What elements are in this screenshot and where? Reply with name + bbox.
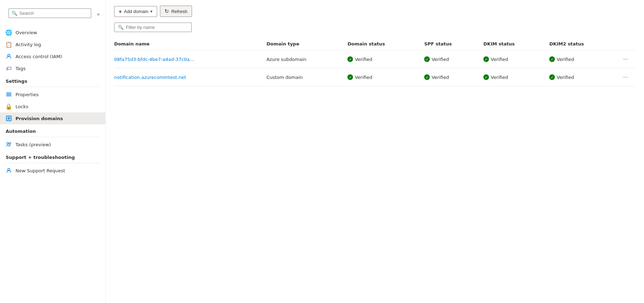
add-domain-button[interactable]: + Add domain ▾: [114, 6, 157, 17]
automation-divider: [6, 137, 100, 137]
sidebar-item-locks-label: Locks: [16, 104, 28, 109]
row2-domain-status-text: Verified: [355, 75, 372, 80]
col-domain-type: Domain type: [266, 38, 347, 50]
filter-bar: 🔍: [114, 23, 636, 32]
section-settings-label: Settings: [0, 74, 105, 85]
col-domain-status: Domain status: [347, 38, 424, 50]
row2-dkim2-status: ✓ Verified: [549, 68, 621, 86]
sidebar-item-locks[interactable]: 🔒 Locks: [0, 100, 105, 112]
row2-dkim2-status-icon: ✓: [549, 74, 555, 80]
chevron-down-icon: ▾: [150, 9, 153, 14]
sidebar-item-activity-log[interactable]: 📋 Activity log: [0, 38, 105, 50]
sidebar-item-provision-domains-label: Provision domains: [16, 116, 63, 121]
support-icon: [6, 167, 12, 174]
svg-rect-1: [6, 93, 11, 93]
col-domain-name: Domain name: [114, 38, 266, 50]
domain-table: Domain name Domain type Domain status SP…: [114, 38, 636, 86]
properties-icon: [6, 91, 12, 98]
row2-spf-status-icon: ✓: [424, 74, 430, 80]
row2-more-button[interactable]: ···: [621, 73, 630, 81]
row1-more-button[interactable]: ···: [621, 55, 630, 63]
filter-input[interactable]: [126, 25, 188, 30]
svg-point-0: [8, 54, 10, 56]
row1-domain-name: 08fa75d3-bfdc-4be7-a4ad-37c0a...: [114, 50, 266, 68]
support-divider: [6, 163, 100, 163]
sidebar-item-activity-log-label: Activity log: [16, 42, 41, 47]
row2-spf-status-text: Verified: [432, 75, 449, 80]
col-dkim-status: DKIM status: [483, 38, 549, 50]
refresh-button[interactable]: ↻ Refresh: [160, 6, 192, 17]
table-row: 08fa75d3-bfdc-4be7-a4ad-37c0a... Azure s…: [114, 50, 636, 68]
row1-dkim-status-icon: ✓: [483, 56, 489, 62]
sidebar: 🔍 « 🌐 Overview 📋 Activity log Access con…: [0, 0, 106, 303]
row1-spf-status: ✓ Verified: [424, 50, 483, 68]
toolbar: + Add domain ▾ ↻ Refresh: [114, 6, 636, 17]
table-row: notification.azurecommtest.net Custom do…: [114, 68, 636, 86]
sidebar-item-properties-label: Properties: [16, 92, 39, 97]
lock-icon: 🔒: [6, 103, 12, 110]
row2-domain-link[interactable]: notification.azurecommtest.net: [114, 75, 186, 80]
add-domain-label: Add domain: [124, 9, 148, 14]
row1-dkim2-status-text: Verified: [557, 57, 574, 62]
log-icon: 📋: [6, 41, 12, 48]
row2-domain-status-icon: ✓: [347, 74, 353, 80]
row2-actions: ···: [621, 68, 636, 86]
svg-rect-2: [6, 94, 11, 95]
row2-domain-type: Custom domain: [266, 68, 347, 86]
svg-point-6: [7, 143, 9, 144]
col-dkim2-status: DKIM2 status: [549, 38, 621, 50]
svg-point-7: [9, 143, 11, 144]
sidebar-item-tasks-label: Tasks (preview): [16, 142, 51, 147]
sidebar-item-overview-label: Overview: [16, 30, 37, 35]
row1-actions: ···: [621, 50, 636, 68]
sidebar-item-new-support-label: New Support Request: [16, 168, 65, 173]
col-actions: [621, 38, 636, 50]
sidebar-item-properties[interactable]: Properties: [0, 88, 105, 100]
row1-spf-status-text: Verified: [432, 57, 449, 62]
svg-rect-3: [6, 95, 11, 96]
sidebar-item-overview[interactable]: 🌐 Overview: [0, 26, 105, 38]
row2-domain-name: notification.azurecommtest.net: [114, 68, 266, 86]
row2-spf-status: ✓ Verified: [424, 68, 483, 86]
row1-dkim2-status: ✓ Verified: [549, 50, 621, 68]
sidebar-item-new-support[interactable]: New Support Request: [0, 165, 105, 177]
add-icon: +: [119, 8, 122, 14]
refresh-icon: ↻: [165, 8, 169, 14]
row1-domain-status-text: Verified: [355, 57, 372, 62]
row1-domain-type: Azure subdomain: [266, 50, 347, 68]
row2-dkim2-status-text: Verified: [557, 75, 574, 80]
row1-spf-status-icon: ✓: [424, 56, 430, 62]
main-content: + Add domain ▾ ↻ Refresh 🔍 Domain name D…: [106, 0, 644, 303]
globe-icon: 🌐: [6, 29, 12, 36]
row1-dkim-status: ✓ Verified: [483, 50, 549, 68]
settings-divider: [6, 87, 100, 87]
sidebar-item-provision-domains[interactable]: Provision domains: [0, 112, 105, 124]
section-automation-label: Automation: [0, 124, 105, 135]
section-support-label: Support + troubleshooting: [0, 150, 105, 161]
iam-icon: [6, 53, 12, 60]
row2-dkim-status-text: Verified: [491, 75, 508, 80]
row1-dkim2-status-icon: ✓: [549, 56, 555, 62]
row2-dkim-status-icon: ✓: [483, 74, 489, 80]
sidebar-item-tasks[interactable]: Tasks (preview): [0, 138, 105, 150]
sidebar-item-access-control-label: Access control (IAM): [16, 54, 62, 59]
row2-domain-status: ✓ Verified: [347, 68, 424, 86]
refresh-label: Refresh: [171, 9, 187, 14]
sidebar-item-tags-label: Tags: [16, 66, 26, 71]
search-icon: 🔍: [12, 11, 17, 16]
row2-dkim-status: ✓ Verified: [483, 68, 549, 86]
row1-domain-status-icon: ✓: [347, 56, 353, 62]
tasks-icon: [6, 141, 12, 148]
row1-dkim-status-text: Verified: [491, 57, 508, 62]
col-spf-status: SPF status: [424, 38, 483, 50]
tag-icon: 🏷: [6, 65, 12, 72]
svg-point-8: [8, 168, 10, 171]
sidebar-item-access-control[interactable]: Access control (IAM): [0, 50, 105, 62]
row1-domain-link[interactable]: 08fa75d3-bfdc-4be7-a4ad-37c0a...: [114, 57, 194, 62]
collapse-sidebar-button[interactable]: «: [95, 11, 101, 17]
sidebar-item-tags[interactable]: 🏷 Tags: [0, 62, 105, 74]
domains-icon: [6, 115, 12, 122]
row1-domain-status: ✓ Verified: [347, 50, 424, 68]
filter-search-icon: 🔍: [118, 25, 124, 30]
search-input[interactable]: [19, 11, 88, 16]
